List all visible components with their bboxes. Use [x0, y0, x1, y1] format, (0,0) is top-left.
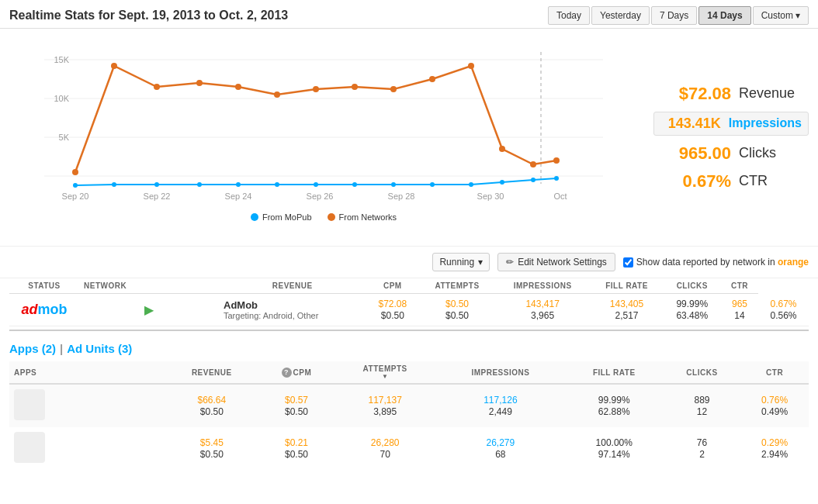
revenue-stat: $72.08 Revenue	[653, 84, 809, 104]
show-data-text: Show data reported by network in orange	[636, 257, 809, 268]
svg-point-10	[154, 84, 160, 90]
show-data-checkbox[interactable]	[623, 257, 633, 268]
col-attempts[interactable]: ATTEMPTS ▼	[334, 361, 436, 384]
col-header-clicks: CLICKS	[664, 278, 721, 294]
controls-row: Running ▾ ✏ Edit Network Settings Show d…	[0, 247, 818, 278]
app-impressions-cell: 117,126 2,449	[436, 384, 565, 427]
col-header-status: STATUS	[9, 278, 79, 294]
networks-table: STATUS NETWORK REVENUE CPM ATTEMPTS IMPR…	[9, 278, 809, 326]
svg-point-35	[554, 176, 559, 181]
network-name-cell: AdMob Targeting: Android, Other	[219, 294, 366, 326]
app2-clicks-cell: 76 2	[664, 427, 741, 470]
svg-point-29	[352, 182, 357, 187]
svg-point-14	[313, 86, 319, 92]
network-logo-cell: admob	[9, 294, 79, 326]
yesterday-button[interactable]: Yesterday	[591, 6, 650, 25]
svg-text:Sep 30: Sep 30	[477, 192, 504, 201]
chart-area: 15K 10K 5K	[9, 36, 638, 238]
networks-dot	[328, 213, 335, 221]
table-row: $5.45 $0.50 $0.21 $0.50 26,280 70	[9, 427, 809, 470]
svg-point-21	[553, 157, 560, 164]
svg-text:Sep 26: Sep 26	[307, 192, 334, 201]
edit-network-settings-button[interactable]: ✏ Edit Network Settings	[497, 253, 615, 271]
clicks-label: Clicks	[739, 145, 776, 161]
col-header-fill-rate: FILL RATE	[590, 278, 663, 294]
svg-point-31	[430, 182, 435, 187]
svg-text:15K: 15K	[54, 55, 69, 64]
revenue-label: Revenue	[739, 85, 795, 102]
col-cpm: ?CPM	[259, 361, 334, 384]
revenue-value: $72.08	[653, 84, 731, 104]
svg-point-11	[196, 80, 203, 86]
separator: |	[60, 342, 63, 355]
today-button[interactable]: Today	[548, 6, 590, 25]
app-attempts-cell: 117,137 3,895	[334, 384, 436, 427]
svg-point-27	[275, 182, 279, 187]
networks-table-header-row: STATUS NETWORK REVENUE CPM ATTEMPTS IMPR…	[9, 278, 809, 294]
chart-section: 15K 10K 5K	[0, 29, 818, 247]
svg-point-30	[391, 182, 396, 187]
app2-fill-rate-cell: 100.00% 97.14%	[565, 427, 664, 470]
clicks-stat: 965.00 Clicks	[653, 143, 809, 164]
svg-point-26	[236, 182, 241, 187]
table-row: admob ▶ AdMob Targeting: Android, Other …	[9, 294, 809, 326]
svg-text:Sep 20: Sep 20	[62, 192, 89, 201]
custom-button[interactable]: Custom ▾	[753, 6, 809, 25]
page-header: Realtime Stats for Sept. 19, 2013 to Oct…	[0, 0, 818, 29]
col-clicks: CLICKS	[664, 361, 741, 384]
col-header-impressions: IMPRESSIONS	[495, 278, 591, 294]
running-icon: ▶	[144, 303, 154, 316]
col-header-ctr: CTR	[721, 278, 758, 294]
ad-units-link[interactable]: Ad Units (3)	[67, 342, 132, 355]
line-chart: 15K 10K 5K	[9, 36, 638, 207]
impressions-stat: 143.41K Impressions	[653, 112, 809, 136]
col-apps: APPS	[9, 361, 165, 384]
app-logo-cell-2	[9, 427, 165, 470]
running-label: Running	[439, 257, 474, 268]
app-logo-cell	[9, 384, 165, 427]
network-revenue-cell: $72.08 $0.50	[366, 294, 419, 326]
network-ctr-cell: 0.67% 0.56%	[758, 294, 809, 326]
svg-point-34	[531, 178, 536, 182]
col-header-network: NETWORK	[79, 278, 219, 294]
legend-networks: From Networks	[328, 212, 397, 222]
app-clicks-cell: 889 12	[664, 384, 741, 427]
app2-attempts-cell: 26,280 70	[334, 427, 436, 470]
col-fill-rate: FILL RATE	[565, 361, 664, 384]
chart-legend: From MoPub From Networks	[9, 212, 638, 222]
svg-text:10K: 10K	[54, 94, 69, 103]
stats-sidebar: $72.08 Revenue 143.41K Impressions 965.0…	[638, 36, 809, 238]
show-data-label[interactable]: Show data reported by network in orange	[623, 257, 809, 268]
svg-point-24	[154, 182, 159, 187]
apps-table: APPS REVENUE ?CPM ATTEMPTS ▼ IMPRESSIONS…	[9, 361, 809, 470]
chevron-down-icon: ▾	[795, 10, 800, 21]
mopub-dot	[251, 213, 258, 221]
svg-point-33	[500, 180, 504, 185]
col-ctr: CTR	[740, 361, 809, 384]
cpm-help-icon[interactable]: ?	[282, 368, 292, 378]
svg-point-20	[530, 161, 536, 167]
svg-point-8	[72, 169, 78, 175]
network-fill-rate-cell: 99.99% 63.48%	[664, 294, 721, 326]
legend-mopub: From MoPub	[251, 212, 312, 222]
svg-point-28	[314, 182, 318, 187]
col-header-cpm: CPM	[366, 278, 419, 294]
7days-button[interactable]: 7 Days	[651, 6, 697, 25]
clicks-value: 965.00	[653, 143, 731, 164]
col-impressions: IMPRESSIONS	[436, 361, 565, 384]
admob-logo: admob	[21, 299, 67, 320]
col-header-revenue: REVENUE	[219, 278, 366, 294]
svg-point-23	[112, 182, 116, 187]
svg-text:Oct: Oct	[553, 192, 567, 201]
running-dropdown[interactable]: Running ▾	[432, 253, 490, 271]
networks-table-section: STATUS NETWORK REVENUE CPM ATTEMPTS IMPR…	[0, 278, 818, 331]
app-logo-2	[14, 432, 45, 463]
legend-networks-label: From Networks	[339, 212, 397, 222]
network-attempts-cell: 143,417 3,965	[495, 294, 591, 326]
svg-text:Sep 24: Sep 24	[225, 192, 252, 201]
network-cpm-cell: $0.50 $0.50	[419, 294, 495, 326]
pencil-icon: ✏	[506, 257, 514, 268]
apps-link[interactable]: Apps (2)	[9, 342, 56, 355]
14days-button[interactable]: 14 Days	[698, 6, 750, 25]
svg-point-12	[235, 84, 241, 90]
